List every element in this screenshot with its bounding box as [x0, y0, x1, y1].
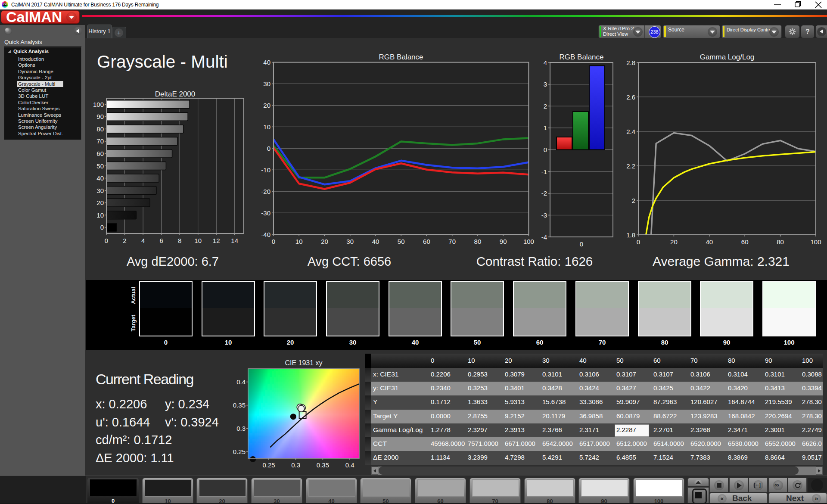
- svg-text:0.25: 0.25: [262, 461, 275, 469]
- svg-text:20: 20: [263, 102, 270, 109]
- svg-text:30: 30: [346, 238, 354, 245]
- svg-text:-3: -3: [541, 212, 547, 219]
- svg-text:-30: -30: [261, 209, 270, 217]
- svg-text:Avg dE2000: 6.7: Avg dE2000: 6.7: [127, 255, 219, 268]
- svg-text:RGB Balance: RGB Balance: [379, 53, 423, 61]
- svg-text:12: 12: [213, 237, 220, 244]
- svg-text:4: 4: [544, 59, 547, 66]
- svg-text:50: 50: [96, 162, 104, 170]
- svg-text:40: 40: [96, 174, 104, 182]
- svg-text:-10: -10: [261, 166, 270, 174]
- svg-text:2.4: 2.4: [626, 128, 635, 135]
- svg-text:DeltaE 2000: DeltaE 2000: [155, 90, 196, 98]
- svg-text:-40: -40: [261, 231, 270, 238]
- svg-text:8: 8: [178, 237, 181, 244]
- svg-text:60: 60: [741, 238, 749, 246]
- svg-text:0: 0: [637, 238, 640, 246]
- svg-text:100: 100: [93, 101, 104, 108]
- svg-text:-4: -4: [541, 233, 547, 241]
- svg-text:40: 40: [706, 238, 713, 246]
- svg-text:RGB Balance: RGB Balance: [560, 53, 604, 61]
- svg-text:Avg CCT: 6656: Avg CCT: 6656: [308, 255, 392, 268]
- svg-text:Average Gamma: 2.321: Average Gamma: 2.321: [653, 254, 790, 268]
- svg-text:90: 90: [96, 113, 104, 120]
- svg-text:2.6: 2.6: [626, 93, 635, 101]
- svg-text:0.25: 0.25: [233, 448, 246, 455]
- svg-text:80: 80: [96, 125, 104, 133]
- svg-text:0.4: 0.4: [236, 378, 246, 386]
- svg-text:80: 80: [474, 238, 482, 245]
- svg-text:2.2: 2.2: [626, 162, 635, 170]
- svg-text:-2: -2: [541, 190, 547, 197]
- svg-text:-20: -20: [261, 188, 270, 195]
- svg-text:2: 2: [544, 103, 547, 110]
- svg-text:3: 3: [544, 81, 547, 88]
- svg-text:0.4: 0.4: [345, 461, 354, 469]
- svg-text:100: 100: [523, 238, 534, 245]
- svg-text:10: 10: [194, 237, 202, 244]
- svg-text:1.8: 1.8: [626, 231, 635, 239]
- svg-text:2.8: 2.8: [626, 59, 635, 66]
- svg-text:10: 10: [96, 212, 104, 219]
- svg-text:10: 10: [263, 123, 270, 131]
- svg-text:0.3: 0.3: [236, 425, 246, 432]
- svg-text:0.35: 0.35: [233, 401, 246, 409]
- svg-text:6: 6: [159, 237, 163, 244]
- svg-text:0: 0: [272, 238, 275, 245]
- svg-text:2: 2: [632, 197, 635, 204]
- svg-text:70: 70: [448, 238, 456, 245]
- svg-text:4: 4: [141, 237, 145, 244]
- svg-text:30: 30: [263, 80, 270, 87]
- svg-text:0: 0: [100, 224, 104, 231]
- svg-text:2: 2: [123, 237, 126, 244]
- svg-text:90: 90: [500, 238, 507, 245]
- svg-text:14: 14: [231, 237, 238, 244]
- svg-text:0.35: 0.35: [317, 461, 329, 469]
- svg-text:30: 30: [96, 187, 104, 194]
- svg-text:-1: -1: [541, 168, 547, 175]
- svg-text:60: 60: [96, 150, 104, 157]
- svg-text:100: 100: [810, 238, 821, 246]
- svg-text:0: 0: [544, 146, 547, 153]
- svg-text:70: 70: [96, 137, 104, 145]
- svg-text:50: 50: [398, 238, 405, 245]
- svg-text:40: 40: [372, 238, 379, 245]
- svg-text:60: 60: [423, 238, 430, 245]
- svg-text:20: 20: [96, 199, 104, 206]
- svg-text:CIE 1931 xy: CIE 1931 xy: [285, 359, 322, 367]
- svg-text:0.3: 0.3: [291, 461, 300, 469]
- svg-text:0: 0: [267, 145, 270, 152]
- svg-text:Contrast Ratio: 1626: Contrast Ratio: 1626: [476, 254, 593, 268]
- svg-text:0: 0: [580, 240, 583, 248]
- svg-text:0: 0: [105, 237, 108, 244]
- svg-text:1: 1: [544, 124, 547, 131]
- svg-text:Gamma Log/Log: Gamma Log/Log: [700, 53, 755, 61]
- svg-text:40: 40: [263, 59, 270, 66]
- svg-text:10: 10: [295, 238, 303, 245]
- svg-text:20: 20: [321, 238, 328, 245]
- svg-text:80: 80: [777, 238, 784, 246]
- svg-text:20: 20: [670, 238, 678, 246]
